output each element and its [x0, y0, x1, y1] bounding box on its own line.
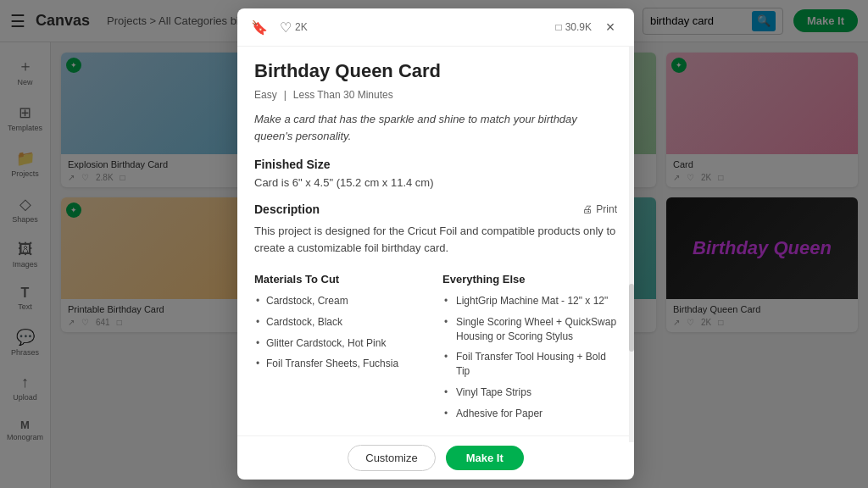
- list-item: Cardstock, Cream: [254, 294, 429, 308]
- description-heading: Description: [254, 202, 320, 216]
- time-label: Less Than 30 Minutes: [293, 89, 393, 101]
- everything-else-title: Everything Else: [442, 273, 617, 286]
- materials-to-cut-title: Materials To Cut: [254, 273, 429, 286]
- modal-close-button[interactable]: ×: [600, 17, 620, 37]
- modal-intro-text: Make a card that has the sparkle and shi…: [254, 111, 617, 144]
- modal-subtitle: Easy | Less Than 30 Minutes: [254, 89, 617, 101]
- modal-overlay[interactable]: 🔖 ♡ 2K □ 30.9K × Birthday Queen Card: [0, 0, 868, 488]
- list-item: Single Scoring Wheel + QuickSwap Housing…: [442, 315, 617, 344]
- share-count: 30.9K: [565, 21, 592, 33]
- list-item: Vinyl Tape Strips: [442, 385, 617, 400]
- print-button[interactable]: 🖨 Print: [582, 203, 617, 215]
- heart-icon: ♡: [280, 19, 292, 36]
- size-text: Card is 6" x 4.5" (15.2 cm x 11.4 cm): [254, 176, 617, 189]
- materials-grid: Materials To Cut Cardstock, Cream Cardst…: [254, 273, 617, 428]
- modal-footer: Customize Make It: [237, 435, 634, 480]
- everything-else-list: LightGrip Machine Mat - 12" x 12" Single…: [442, 294, 617, 421]
- modal-top-right: □ 30.9K ×: [555, 17, 620, 37]
- list-item: Foil Transfer Tool Housing + Bold Tip: [442, 350, 617, 379]
- share-icon: □: [555, 21, 561, 33]
- bookmark-icon: 🔖: [251, 19, 268, 36]
- list-item: LightGrip Machine Mat - 12" x 12": [442, 294, 617, 308]
- everything-else-col: Everything Else LightGrip Machine Mat - …: [442, 273, 617, 428]
- list-item: Foil Transfer Sheets, Fuchsia: [254, 357, 429, 371]
- modal-top-left: 🔖 ♡ 2K: [251, 19, 308, 36]
- heart-stat: ♡ 2K: [280, 19, 308, 36]
- modal-title: Birthday Queen Card: [254, 60, 617, 82]
- modal-body: Birthday Queen Card Easy | Less Than 30 …: [237, 47, 634, 435]
- heart-button[interactable]: ♡: [280, 19, 292, 36]
- list-item: Adhesive for Paper: [442, 407, 617, 421]
- scroll-thumb: [629, 284, 634, 352]
- list-item: Glitter Cardstock, Hot Pink: [254, 336, 429, 351]
- description-header: Description 🖨 Print: [254, 202, 617, 216]
- list-item: Cardstock, Black: [254, 315, 429, 330]
- heart-count: 2K: [295, 21, 308, 33]
- subtitle-divider: |: [284, 89, 287, 101]
- description-text: This project is designed for the Cricut …: [254, 223, 617, 256]
- customize-button[interactable]: Customize: [348, 445, 435, 471]
- print-icon: 🖨: [582, 203, 593, 215]
- finished-size-heading: Finished Size: [254, 158, 617, 171]
- difficulty-label: Easy: [254, 89, 277, 101]
- materials-to-cut-col: Materials To Cut Cardstock, Cream Cardst…: [254, 273, 429, 428]
- bookmark-button[interactable]: 🔖: [251, 19, 268, 36]
- share-stat: □ 30.9K: [555, 21, 592, 33]
- materials-to-cut-list: Cardstock, Cream Cardstock, Black Glitte…: [254, 294, 429, 371]
- scroll-track: [629, 46, 634, 442]
- project-detail-modal: 🔖 ♡ 2K □ 30.9K × Birthday Queen Card: [237, 8, 634, 480]
- make-it-button[interactable]: Make It: [446, 446, 524, 470]
- modal-top-bar: 🔖 ♡ 2K □ 30.9K ×: [237, 8, 634, 47]
